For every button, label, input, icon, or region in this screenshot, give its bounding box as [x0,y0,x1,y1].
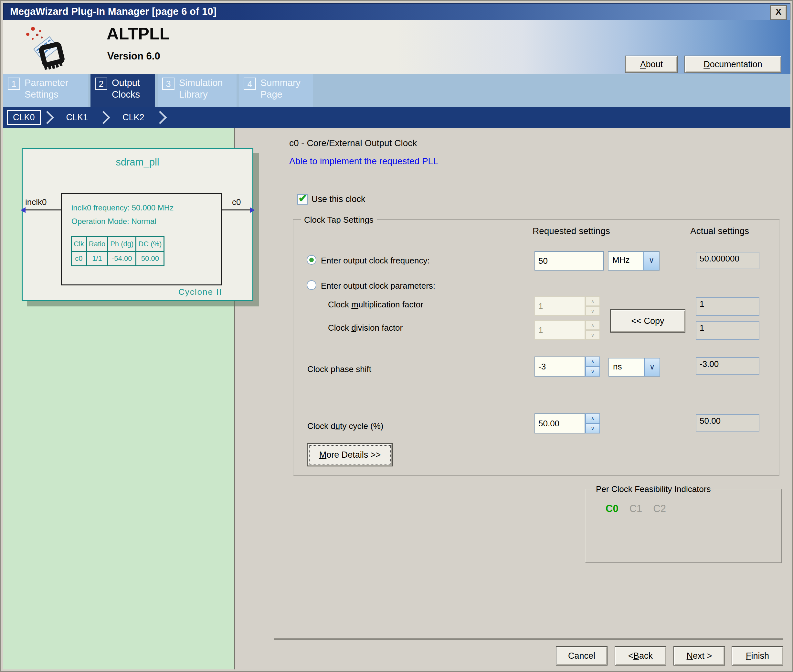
device-family-label: Cyclone II [178,287,222,297]
spin-down-icon: ∨ [585,306,600,316]
frequency-unit-value: MHz [609,252,643,270]
subtab-clk0[interactable]: CLK0 [7,110,41,125]
col-phase: Ph (dg) [108,237,136,251]
tab-parameter-settings[interactable]: 1 Parameter Settings [3,74,88,107]
spin-up-icon[interactable]: ∧ [585,357,600,366]
cell-duty: 50.00 [136,251,164,266]
enter-parameters-label: Enter output clock parameters: [321,281,435,291]
duty-cycle-input[interactable] [534,413,585,434]
clock-summary-table: Clk Ratio Ph (dg) DC (%) c0 1/1 -54.00 5… [71,236,165,266]
enter-frequency-radio[interactable] [307,255,317,265]
duty-cycle-label: Clock duty cycle (%) [307,421,384,431]
spin-down-icon[interactable]: ∨ [585,366,600,376]
indicator-c0: C0 [606,503,619,515]
finish-button[interactable]: Finish [732,646,783,666]
indicator-c1: C1 [630,503,643,515]
subtab-clk2[interactable]: CLK2 [123,112,144,123]
actual-division-value: 1 [696,321,759,340]
input-arrow-icon [21,207,26,213]
output-wire [222,210,254,210]
enter-frequency-label: Enter output clock frequency: [321,256,430,266]
footer-separator [274,638,783,640]
spin-up-icon: ∧ [585,320,600,330]
clock-subtab-bar: CLK0 CLK1 CLK2 [3,107,790,128]
documentation-button[interactable]: Documentation [684,56,781,73]
about-button[interactable]: About [625,56,678,73]
tab-number: 4 [244,78,256,90]
tab-simulation-library[interactable]: 3 Simulation Library [158,74,237,107]
output-arrow-icon [250,207,255,213]
app-title: ALTPLL [107,24,169,43]
tab-output-clocks[interactable]: 2 Output Clocks [91,74,155,107]
cell-ratio: 1/1 [86,251,108,266]
division-factor-input [534,320,585,340]
next-button[interactable]: Next > [673,646,725,666]
feasibility-title: Per Clock Feasibility Indicators [593,484,714,494]
phase-shift-input[interactable] [534,357,585,376]
actual-duty-value: 50.00 [696,414,759,432]
tab-label-line1: Parameter [24,78,68,88]
phase-unit-select[interactable]: ns ∨ [609,358,660,376]
spin-down-icon[interactable]: ∨ [585,424,600,434]
wizard-content: sdram_pll inclk0 c0 inclk0 frequency: 50… [3,128,790,669]
subtab-clk1[interactable]: CLK1 [66,112,88,123]
wizard-header: ALTPLL Version 6.0 About Documentation [3,20,790,74]
tab-label-line2: Settings [24,89,59,99]
tab-label-line1: Simulation [179,78,223,88]
multiplication-factor-input [534,296,585,316]
dropdown-arrow-icon: ∨ [644,358,660,376]
tab-number: 1 [8,78,20,90]
enter-parameters-radio[interactable] [307,280,317,290]
close-icon: X [775,7,782,17]
actual-frequency-value: 50.000000 [696,252,759,269]
tab-summary-page[interactable]: 4 Summary Page [239,74,313,107]
checkmark-icon: ✔ [298,192,308,205]
spin-down-icon: ∨ [585,330,600,340]
table-row: c0 1/1 -54.00 50.00 [71,251,164,266]
use-this-clock-label: Use this clock [312,194,366,204]
wizard-step-tabs: 1 Parameter Settings 2 Output Clocks 3 S… [3,74,790,107]
cancel-button[interactable]: Cancel [556,646,608,666]
cell-phase: -54.00 [108,251,136,266]
duty-cycle-spinner[interactable]: ∧ ∨ [585,413,600,434]
actual-phase-value: -3.00 [696,357,759,374]
close-button[interactable]: X [770,5,787,20]
pll-status-message: Able to implement the requested PLL [289,156,438,166]
title-bar: MegaWizard Plug-In Manager [page 6 of 10… [3,3,790,20]
copy-button[interactable]: << Copy [610,309,685,333]
operation-mode-text: Operation Mode: Normal [71,217,157,226]
app-version: Version 6.0 [107,50,160,62]
cell-clk: c0 [71,251,86,266]
input-port-label: inclk0 [25,197,46,207]
pll-instance-name: sdram_pll [22,157,253,168]
multiplication-spinner: ∧ ∨ [585,296,600,316]
frequency-unit-select[interactable]: MHz ∨ [608,251,660,270]
megawizard-window: MegaWizard Plug-In Manager [page 6 of 10… [0,0,793,672]
division-spinner: ∧ ∨ [585,320,600,340]
use-this-clock-checkbox[interactable]: ✔ [297,194,308,205]
phase-shift-spinner[interactable]: ∧ ∨ [585,357,600,376]
chevron-right-icon [153,111,167,124]
window-title: MegaWizard Plug-In Manager [page 6 of 10… [10,3,216,20]
back-button[interactable]: < Back [615,646,666,666]
tab-label-line2: Page [261,89,283,99]
multiplication-factor-label: Clock multiplication factor [328,300,423,310]
spin-up-icon[interactable]: ∧ [585,413,600,424]
pll-block-diagram: sdram_pll inclk0 c0 inclk0 frequency: 50… [22,148,253,301]
megawizard-logo-icon [23,24,72,72]
more-details-button[interactable]: More Details >> [307,443,393,466]
tab-number: 3 [162,78,174,90]
feasibility-group: Per Clock Feasibility Indicators C0 C1 C… [585,489,782,563]
col-ratio: Ratio [86,237,108,251]
col-clk: Clk [71,237,86,251]
indicator-c2: C2 [653,503,666,515]
phase-unit-value: ns [609,358,644,376]
frequency-input[interactable] [534,251,604,270]
tab-label-line1: Output [112,78,140,88]
pll-core-box: inclk0 frequency: 50.000 MHz Operation M… [61,193,222,285]
input-wire [22,210,61,210]
actual-multiplication-value: 1 [696,297,759,316]
inclk-frequency-text: inclk0 frequency: 50.000 MHz [71,203,174,212]
group-title: Clock Tap Settings [301,215,377,225]
phase-shift-label: Clock phase shift [307,364,371,374]
